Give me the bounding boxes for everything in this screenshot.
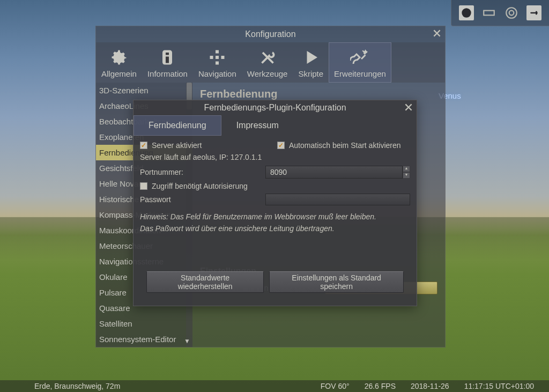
hint-text: Hinweis: Das Feld für Benutzername im We…: [140, 211, 410, 235]
port-step-down[interactable]: ▼: [403, 172, 410, 179]
config-title: Konfiguration: [96, 26, 445, 42]
info-icon: [157, 48, 178, 67]
server-active-checkbox[interactable]: [140, 142, 147, 149]
circle-icon[interactable]: [459, 5, 474, 20]
plug-icon: [349, 48, 370, 67]
svg-rect-1: [484, 11, 494, 16]
panel-title: Fernbedienung: [200, 88, 437, 100]
fov-text: FOV 60°: [321, 382, 350, 390]
svg-rect-8: [216, 50, 219, 54]
port-input[interactable]: [265, 166, 403, 179]
sidebar-item[interactable]: Satelliten: [96, 316, 192, 331]
config-title-text: Konfiguration: [245, 29, 295, 39]
svg-rect-12: [216, 62, 219, 65]
modal-title-text: Fernbedienungs-Plugin-Konfiguration: [204, 103, 346, 112]
auth-required-label: Zugriff benötigt Autorisierung: [152, 182, 248, 190]
modal-tabs: Fernbedienung Impressum: [133, 115, 417, 136]
auto-start-checkbox[interactable]: [277, 142, 285, 149]
close-icon[interactable]: [404, 102, 413, 112]
svg-rect-7: [166, 57, 169, 63]
svg-point-2: [506, 8, 517, 18]
hint-line-2: Das Paßwort wird über eine unsichere Lei…: [140, 223, 410, 234]
status-bar: Erde, Braunschweig, 72m FOV 60° 26.6 FPS…: [0, 380, 549, 392]
rectangle-icon[interactable]: [481, 5, 496, 20]
port-step-up[interactable]: ▲: [403, 166, 410, 172]
wrench-icon[interactable]: [526, 5, 541, 20]
time-text[interactable]: 11:17:15 UTC+01:00: [464, 382, 534, 390]
fps-text: 26.6 FPS: [365, 382, 396, 390]
config-tabs: Allgemein Information Navigation Werkzeu…: [96, 42, 445, 83]
hint-line-1: Hinweis: Das Feld für Benutzername im We…: [140, 211, 410, 223]
svg-point-3: [509, 11, 514, 16]
plugin-config-modal: Fernbedienungs-Plugin-Konfiguration Fern…: [133, 100, 417, 306]
auto-start-label: Automatisch beim Start aktivieren: [289, 141, 401, 150]
sidebar-item[interactable]: 3D-Szenerien: [96, 83, 192, 98]
tab-navigation[interactable]: Navigation: [193, 42, 242, 83]
tab-information[interactable]: Information: [142, 42, 193, 83]
restore-defaults-button[interactable]: Standardwerte wiederherstellen: [146, 271, 264, 293]
play-icon: [300, 48, 322, 67]
password-label: Passwort: [140, 195, 171, 204]
location-text: Erde, Braunschweig, 72m: [34, 382, 120, 390]
svg-rect-6: [166, 53, 169, 55]
password-input[interactable]: [265, 194, 410, 205]
close-icon[interactable]: [432, 28, 442, 38]
svg-rect-10: [216, 56, 219, 59]
tab-werkzeuge[interactable]: Werkzeuge: [242, 42, 293, 83]
server-active-label: Server aktiviert: [152, 141, 202, 150]
sidebar-item[interactable]: Sonnensystem-Editor: [96, 331, 192, 347]
svg-point-0: [462, 8, 471, 17]
server-status: Server läuft auf aeolus, IP: 127.0.1.1: [140, 153, 410, 161]
target-icon[interactable]: [504, 5, 519, 20]
tab-erweiterungen[interactable]: Erweiterungen: [329, 42, 391, 83]
svg-rect-9: [210, 56, 213, 59]
top-toolbar: [451, 0, 549, 26]
tools-icon: [257, 48, 278, 67]
modal-title: Fernbedienungs-Plugin-Konfiguration: [133, 100, 417, 115]
tab-skripte[interactable]: Skripte: [293, 42, 329, 83]
modal-tab-fernbedienung[interactable]: Fernbedienung: [133, 115, 221, 136]
port-label: Portnummer:: [140, 168, 183, 176]
save-as-default-button[interactable]: Einstellungen als Standard speichern: [269, 271, 404, 293]
date-text[interactable]: 2018-11-26: [411, 382, 449, 390]
auth-required-checkbox[interactable]: [140, 182, 147, 190]
svg-rect-11: [221, 56, 225, 59]
tab-allgemein[interactable]: Allgemein: [96, 42, 142, 83]
chevron-down-icon[interactable]: ▼: [184, 337, 190, 345]
nav-icon: [206, 48, 228, 67]
modal-tab-impressum[interactable]: Impressum: [221, 115, 294, 136]
gear-icon: [108, 48, 130, 67]
